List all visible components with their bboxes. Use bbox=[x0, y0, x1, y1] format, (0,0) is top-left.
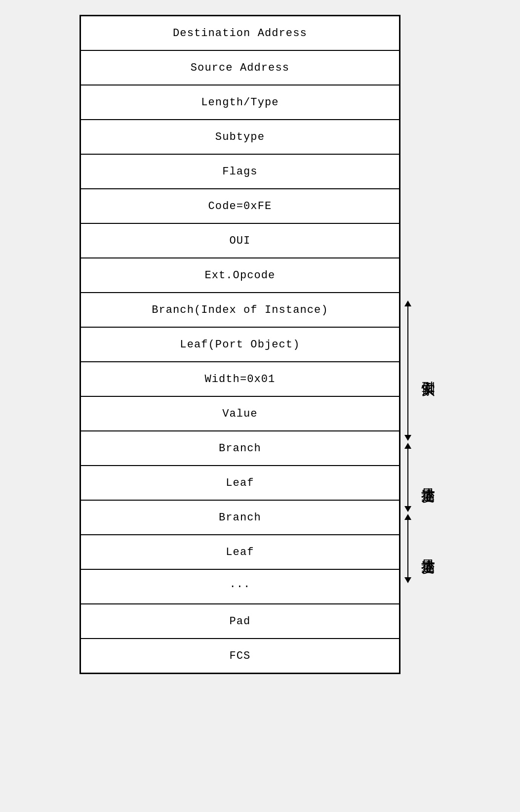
annotation-var2: 变量描述 bbox=[400, 513, 440, 584]
row-ellipsis: ··· bbox=[80, 569, 400, 604]
arrow-instance bbox=[400, 299, 415, 442]
row-branch-index: Branch(Index of Instance) bbox=[80, 293, 400, 327]
spacer-bottom bbox=[400, 584, 440, 691]
annotation-var1: 变量描述 bbox=[400, 442, 440, 513]
arrow-line-instance bbox=[407, 306, 408, 435]
arrow-up-instance bbox=[404, 300, 411, 306]
annotation-instance: 实例索引 bbox=[400, 299, 440, 442]
row-pad: Pad bbox=[80, 604, 400, 639]
row-branch-1: Branch bbox=[80, 431, 400, 466]
row-code: Code=0xFE bbox=[80, 189, 400, 223]
spacer-top bbox=[400, 15, 440, 299]
arrow-up-var2 bbox=[404, 514, 411, 520]
arrow-up-var1 bbox=[404, 443, 411, 449]
arrow-line-var1 bbox=[407, 449, 408, 506]
row-ext-opcode: Ext.Opcode bbox=[80, 258, 400, 293]
arrow-var2 bbox=[400, 513, 415, 584]
right-annotations: 实例索引 变量描述 变量描述 bbox=[400, 15, 440, 691]
packet-table: Destination Address Source Address Lengt… bbox=[80, 15, 400, 674]
row-width: Width=0x01 bbox=[80, 362, 400, 396]
row-destination-address: Destination Address bbox=[80, 16, 400, 50]
row-source-address: Source Address bbox=[80, 50, 400, 85]
annotation-var1-text: 变量描述 bbox=[415, 442, 440, 513]
row-leaf-1: Leaf bbox=[80, 466, 400, 500]
row-length-type: Length/Type bbox=[80, 85, 400, 120]
arrow-down-instance bbox=[404, 435, 411, 441]
diagram-container: Destination Address Source Address Lengt… bbox=[80, 15, 440, 691]
arrow-line-var2 bbox=[407, 520, 408, 577]
row-flags: Flags bbox=[80, 154, 400, 189]
row-leaf-2: Leaf bbox=[80, 535, 400, 569]
row-oui: OUI bbox=[80, 223, 400, 258]
annotation-instance-text: 实例索引 bbox=[415, 299, 440, 442]
row-value: Value bbox=[80, 396, 400, 431]
row-branch-2: Branch bbox=[80, 500, 400, 535]
row-fcs: FCS bbox=[80, 639, 400, 673]
annotation-var2-text: 变量描述 bbox=[415, 513, 440, 584]
row-subtype: Subtype bbox=[80, 120, 400, 154]
arrow-down-var1 bbox=[404, 506, 411, 512]
arrow-var1 bbox=[400, 442, 415, 513]
row-leaf-port: Leaf(Port Object) bbox=[80, 327, 400, 362]
arrow-down-var2 bbox=[404, 577, 411, 583]
